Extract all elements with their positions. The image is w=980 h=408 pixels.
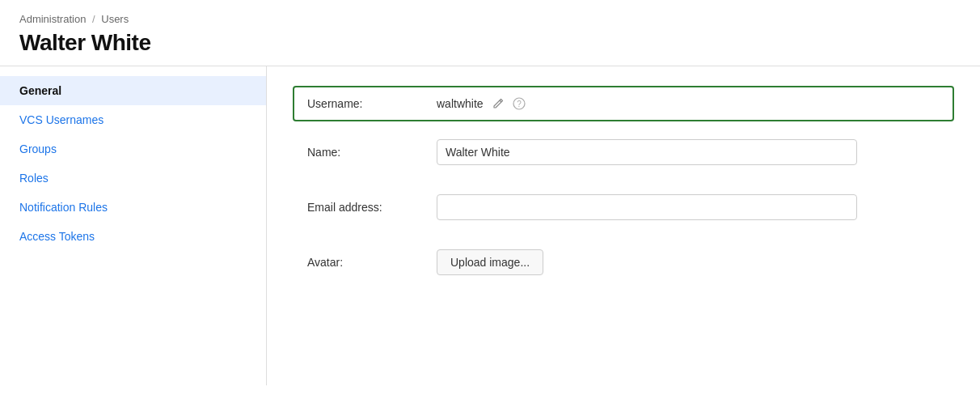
email-input[interactable] xyxy=(437,194,857,220)
sidebar-item-groups[interactable]: Groups xyxy=(0,134,266,164)
username-label: Username: xyxy=(307,97,437,110)
avatar-row: Avatar: Upload image... xyxy=(293,238,954,287)
content-area: GeneralVCS UsernamesGroupsRolesNotificat… xyxy=(0,66,980,385)
sidebar: GeneralVCS UsernamesGroupsRolesNotificat… xyxy=(0,66,267,385)
name-input[interactable] xyxy=(437,139,857,165)
help-icon[interactable]: ? xyxy=(513,97,526,110)
main-content: Username: waltwhite ? Nam xyxy=(267,66,980,385)
page-header: Administration / Users Walter White xyxy=(0,0,980,66)
username-row: Username: waltwhite ? xyxy=(293,86,954,121)
breadcrumb-separator: / xyxy=(92,13,95,25)
svg-text:?: ? xyxy=(517,100,522,108)
email-label: Email address: xyxy=(307,201,437,214)
name-row: Name: xyxy=(293,128,954,176)
sidebar-item-notification-rules[interactable]: Notification Rules xyxy=(0,193,266,222)
sidebar-item-general[interactable]: General xyxy=(0,76,266,105)
edit-icon[interactable] xyxy=(492,97,505,110)
email-row: Email address: xyxy=(293,183,954,232)
upload-image-button[interactable]: Upload image... xyxy=(437,249,543,275)
username-value: waltwhite xyxy=(437,97,484,110)
page-title: Walter White xyxy=(19,30,961,56)
sidebar-item-roles[interactable]: Roles xyxy=(0,164,266,193)
breadcrumb-admin: Administration xyxy=(19,13,86,25)
breadcrumb-users: Users xyxy=(101,13,129,25)
sidebar-item-access-tokens[interactable]: Access Tokens xyxy=(0,222,266,251)
avatar-label: Avatar: xyxy=(307,256,437,269)
breadcrumb: Administration / Users xyxy=(19,13,961,25)
sidebar-item-vcs-usernames[interactable]: VCS Usernames xyxy=(0,105,266,134)
name-label: Name: xyxy=(307,146,437,159)
username-value-group: waltwhite ? xyxy=(437,97,526,110)
